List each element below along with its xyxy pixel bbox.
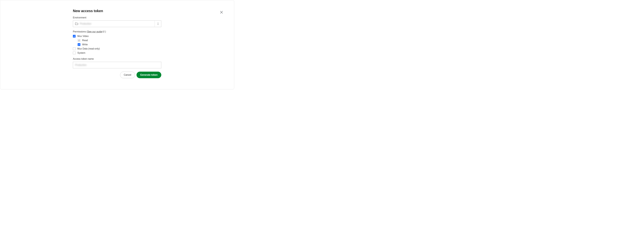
new-access-token-dialog: New access token Environment Production	[0, 0, 234, 89]
see-guide-link[interactable]: See our guide	[87, 30, 104, 33]
generate-token-button[interactable]: Generate token	[136, 72, 161, 78]
permission-label: Mux Video	[77, 35, 88, 38]
external-link-icon	[102, 31, 104, 33]
checkbox-icon	[78, 39, 80, 42]
close-button[interactable]	[220, 10, 224, 15]
checkbox-icon	[78, 43, 80, 46]
cancel-button[interactable]: Cancel	[120, 72, 135, 78]
environment-select[interactable]: Production	[73, 21, 161, 27]
dialog-title: New access token	[73, 9, 161, 13]
permission-mux-data[interactable]: Mux Data (read-only)	[73, 47, 161, 50]
permissions-list: Mux Video Read Write	[73, 35, 161, 54]
folder-icon	[75, 23, 78, 25]
permission-system[interactable]: System	[73, 52, 161, 54]
checkbox-icon	[73, 47, 76, 50]
permission-label: Write	[82, 43, 88, 46]
svg-line-2	[104, 31, 104, 32]
permission-mux-video-write[interactable]: Write	[78, 43, 161, 46]
environment-value: Production	[80, 23, 154, 25]
token-name-input[interactable]: Production	[73, 62, 161, 68]
environment-field: Environment Production	[73, 16, 161, 27]
token-name-field: Access token name Production	[73, 58, 161, 68]
checkbox-icon	[73, 35, 76, 38]
select-arrows-icon	[154, 21, 161, 27]
token-name-label: Access token name	[73, 58, 161, 60]
permission-label: System	[77, 52, 85, 54]
token-name-value: Production	[75, 64, 86, 66]
permissions-field: Permissions (See our guide ) Mux Video R…	[73, 30, 161, 54]
dialog-actions: Cancel Generate token	[73, 72, 161, 78]
permission-label: Mux Data (read-only)	[77, 47, 100, 50]
permission-label: Read	[82, 39, 88, 42]
close-icon	[220, 11, 223, 14]
checkbox-icon	[73, 52, 76, 54]
permission-mux-video-read[interactable]: Read	[78, 39, 161, 42]
environment-label: Environment	[73, 16, 161, 19]
permissions-label: Permissions (See our guide )	[73, 30, 161, 33]
permission-mux-video[interactable]: Mux Video	[73, 35, 161, 38]
